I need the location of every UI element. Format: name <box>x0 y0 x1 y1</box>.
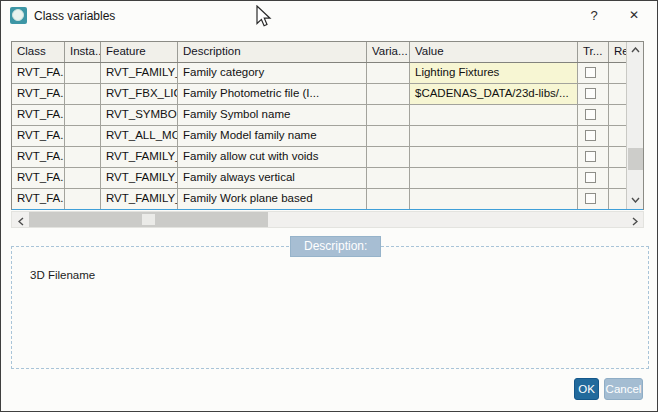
cell-class: RVT_FA... <box>12 63 65 83</box>
cell-feature: RVT_ALL_MO... <box>101 126 178 146</box>
cell-description: Family Symbol name <box>178 105 367 125</box>
table-row[interactable]: RVT_FA... RVT_ALL_MO... Family Model fam… <box>12 126 643 147</box>
cell-class: RVT_FA... <box>12 84 65 104</box>
cell-description: Family Model family name <box>178 126 367 146</box>
scrollbar-grip <box>142 214 155 225</box>
column-header-feature[interactable]: Feature <box>101 42 178 62</box>
cell-value: Lighting Fixtures <box>410 63 578 83</box>
ok-button[interactable]: OK <box>574 378 599 400</box>
description-panel-label: Description: <box>290 236 381 257</box>
cell-instance <box>65 189 101 209</box>
table-row[interactable]: RVT_FA... RVT_FAMILY_... Family allow cu… <box>12 147 643 168</box>
cancel-button[interactable]: Cancel <box>604 378 643 400</box>
cell-feature: RVT_SYMBOL... <box>101 105 178 125</box>
table-header-row: Class Insta... Feature Description Varia… <box>12 42 643 63</box>
close-button[interactable]: ✕ <box>617 1 651 30</box>
dialog-title: Class variables <box>34 9 115 23</box>
class-variables-dialog: Class variables ? ✕ Class Insta... Featu… <box>0 0 658 412</box>
cell-class: RVT_FA... <box>12 168 65 188</box>
translate-checkbox[interactable] <box>585 130 596 141</box>
description-panel: Description: 3D Filename <box>11 246 649 369</box>
cell-translate <box>578 147 609 167</box>
cell-class: RVT_FA... <box>12 189 65 209</box>
cell-variable <box>367 126 410 146</box>
cell-feature: RVT_FAMILY_... <box>101 168 178 188</box>
cell-instance <box>65 63 101 83</box>
horizontal-scrollbar[interactable] <box>11 211 644 228</box>
table-row[interactable]: RVT_FA... RVT_FBX_LIG... Family Photomet… <box>12 84 643 105</box>
cell-variable <box>367 84 410 104</box>
cell-description: Family always vertical <box>178 168 367 188</box>
cell-value <box>410 189 578 209</box>
cell-translate <box>578 168 609 188</box>
cell-feature: RVT_FAMILY_... <box>101 147 178 167</box>
scroll-right-icon[interactable] <box>626 212 643 227</box>
scroll-up-icon[interactable] <box>627 42 644 59</box>
cell-description: Family Work plane based <box>178 189 367 209</box>
cell-translate <box>578 126 609 146</box>
cell-translate <box>578 63 609 83</box>
app-logo-icon <box>10 7 27 24</box>
table-row[interactable]: RVT_FA... RVT_FAMILY_... Family always v… <box>12 168 643 189</box>
cell-description: Family Photometric file (I... <box>178 84 367 104</box>
table-body: RVT_FA... RVT_FAMILY_... Family category… <box>12 63 643 210</box>
cell-variable <box>367 63 410 83</box>
scroll-left-icon[interactable] <box>12 212 29 227</box>
cell-value <box>410 168 578 188</box>
cell-value <box>410 147 578 167</box>
cell-value: $CADENAS_DATA/23d-libs/... <box>410 84 578 104</box>
cell-value <box>410 126 578 146</box>
table-row[interactable]: RVT_FA... RVT_FAMILY_... Family Work pla… <box>12 189 643 210</box>
cell-instance <box>65 168 101 188</box>
column-header-variable[interactable]: Varia... <box>367 42 410 62</box>
translate-checkbox[interactable] <box>585 109 596 120</box>
vertical-scrollbar[interactable] <box>626 42 643 209</box>
cell-variable <box>367 147 410 167</box>
cell-value <box>410 105 578 125</box>
column-header-translate[interactable]: Tr... <box>578 42 609 62</box>
cell-class: RVT_FA... <box>12 147 65 167</box>
column-header-instance[interactable]: Insta... <box>65 42 101 62</box>
cell-variable <box>367 189 410 209</box>
translate-checkbox[interactable] <box>585 151 596 162</box>
cell-feature: RVT_FBX_LIG... <box>101 84 178 104</box>
cell-instance <box>65 105 101 125</box>
translate-checkbox[interactable] <box>585 88 596 99</box>
cell-instance <box>65 126 101 146</box>
translate-checkbox[interactable] <box>585 193 596 204</box>
cell-description: Family category <box>178 63 367 83</box>
column-header-value[interactable]: Value <box>410 42 578 62</box>
scroll-down-icon[interactable] <box>627 192 644 209</box>
cell-feature: RVT_FAMILY_... <box>101 189 178 209</box>
variables-table: Class Insta... Feature Description Varia… <box>11 41 644 210</box>
title-bar[interactable]: Class variables ? ✕ <box>1 1 657 31</box>
translate-checkbox[interactable] <box>585 172 596 183</box>
cell-translate <box>578 105 609 125</box>
cell-variable <box>367 168 410 188</box>
cell-instance <box>65 147 101 167</box>
description-content: 3D Filename <box>30 269 95 281</box>
cell-class: RVT_FA... <box>12 126 65 146</box>
cell-instance <box>65 84 101 104</box>
cell-class: RVT_FA... <box>12 105 65 125</box>
cell-translate <box>578 84 609 104</box>
translate-checkbox[interactable] <box>585 67 596 78</box>
cell-variable <box>367 105 410 125</box>
cell-feature: RVT_FAMILY_... <box>101 63 178 83</box>
table-row[interactable]: RVT_FA... RVT_FAMILY_... Family category… <box>12 63 643 84</box>
column-header-class[interactable]: Class <box>12 42 65 62</box>
cell-translate <box>578 189 609 209</box>
column-header-description[interactable]: Description <box>178 42 367 62</box>
help-button[interactable]: ? <box>577 1 611 30</box>
vertical-scrollbar-thumb[interactable] <box>628 148 643 170</box>
cell-description: Family allow cut with voids <box>178 147 367 167</box>
horizontal-scrollbar-thumb[interactable] <box>29 212 268 227</box>
table-row[interactable]: RVT_FA... RVT_SYMBOL... Family Symbol na… <box>12 105 643 126</box>
